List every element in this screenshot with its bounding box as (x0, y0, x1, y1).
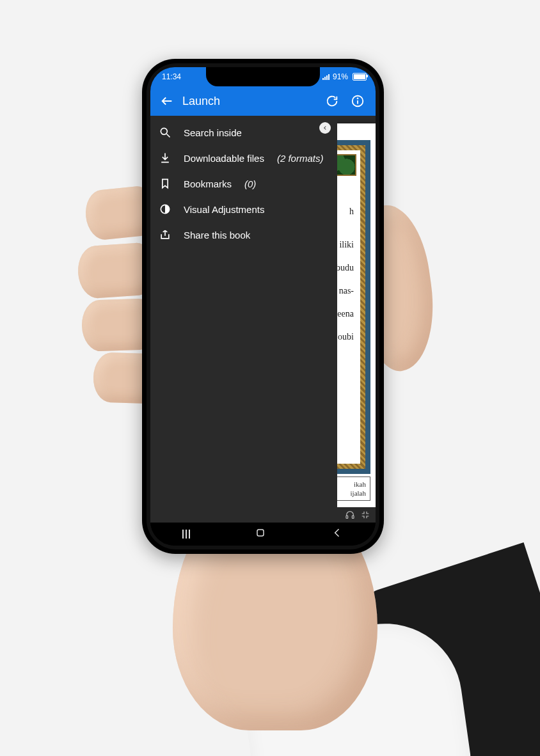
fullscreen-exit-icon (360, 510, 370, 520)
page-text-fragment: eena (337, 309, 354, 319)
android-nav-bar (150, 523, 376, 546)
page-ornament (336, 154, 356, 176)
phone-screen: 11:34 4G ↓↑ 91% Launc (150, 67, 376, 546)
fullscreen-button[interactable] (359, 508, 372, 521)
menu-item-label: Bookmarks (184, 178, 232, 189)
chevron-left-icon (331, 526, 344, 539)
page-footer-box: ikah ijalah (336, 476, 370, 501)
refresh-icon (325, 94, 339, 108)
info-button[interactable] (345, 88, 370, 114)
menu-item-suffix: (0) (244, 178, 256, 189)
page-text-fragment: iliki (339, 240, 354, 250)
menu-item-downloadable-files[interactable]: Downloadable files (2 formats) (150, 145, 337, 171)
svg-line-8 (167, 134, 170, 138)
page-footer-text: ikah (354, 480, 366, 489)
page-text-fragment: oubi (338, 332, 354, 342)
svg-rect-6 (352, 516, 354, 518)
page-text-fragment: budu (336, 263, 354, 273)
page-content: h iliki budu nas- eena oubi (336, 150, 360, 464)
page-text-fragment: nas- (339, 286, 354, 296)
home-icon (254, 526, 267, 539)
menu-item-share-book[interactable]: Share this book (150, 222, 337, 248)
menu-item-suffix: (2 formats) (277, 153, 324, 164)
info-icon (351, 94, 365, 108)
side-panel: Search inside Downloadable files (2 form… (150, 116, 337, 523)
menu-item-label: Search inside (184, 127, 242, 138)
android-home-button[interactable] (254, 526, 267, 542)
menu-item-search-inside[interactable]: Search inside (150, 120, 337, 145)
download-icon (157, 150, 173, 166)
menu-item-label: Visual Adjustments (184, 204, 264, 215)
share-icon (157, 226, 173, 243)
back-button[interactable] (154, 88, 180, 114)
header-title: Launch (182, 95, 220, 108)
status-time: 11:34 (162, 72, 181, 81)
chevron-left-icon (322, 125, 328, 131)
collapse-panel-button[interactable] (319, 122, 331, 134)
menu-item-visual-adjustments[interactable]: Visual Adjustments (150, 196, 337, 222)
android-recents-button[interactable] (182, 530, 190, 539)
svg-point-7 (161, 128, 167, 134)
phone-frame: 11:34 4G ↓↑ 91% Launc (142, 59, 384, 554)
app-header: Launch (150, 86, 376, 116)
phone-notch (206, 67, 320, 86)
svg-point-4 (358, 98, 358, 98)
page-footer-text: ijalah (351, 489, 366, 498)
bookmark-icon (157, 175, 173, 192)
svg-rect-10 (257, 530, 264, 536)
arrow-left-icon (160, 94, 174, 108)
recents-icon (182, 530, 190, 539)
refresh-button[interactable] (319, 88, 345, 114)
read-aloud-button[interactable] (344, 508, 356, 521)
contrast-icon (157, 201, 173, 217)
book-page[interactable]: h iliki budu nas- eena oubi ikah ijalah (336, 123, 376, 511)
search-icon (157, 124, 173, 141)
side-panel-menu: Search inside Downloadable files (2 form… (150, 116, 337, 248)
android-back-button[interactable] (331, 526, 344, 542)
page-border: h iliki budu nas- eena oubi (336, 140, 370, 474)
page-text-fragment: h (349, 207, 354, 217)
headphones-icon (345, 510, 355, 520)
battery-icon (353, 73, 367, 81)
menu-item-bookmarks[interactable]: Bookmarks (0) (150, 171, 337, 196)
signal-bars-icon (322, 74, 330, 80)
menu-item-label: Downloadable files (184, 153, 264, 164)
svg-rect-5 (346, 516, 348, 518)
battery-percent: 91% (333, 72, 348, 81)
menu-item-label: Share this book (184, 230, 250, 240)
